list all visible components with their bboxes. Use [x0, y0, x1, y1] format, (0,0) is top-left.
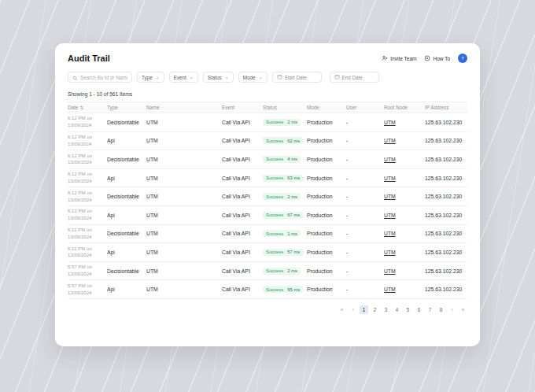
cell-user: - [346, 176, 384, 181]
status-badge: Success63 ms [263, 175, 303, 182]
pagination-page-button[interactable]: 8 [437, 305, 445, 314]
cell-date: 6:12 PM on13/09/2024 [68, 190, 107, 204]
status-text: Success [266, 157, 283, 161]
root-node-link[interactable]: UTM [384, 194, 396, 199]
user-avatar[interactable]: ? [458, 54, 467, 63]
cell-status: Success67 ms [263, 212, 307, 219]
column-header-type: Type [107, 105, 146, 110]
cell-user: - [346, 120, 384, 125]
status-text: Success [266, 139, 283, 143]
pagination-first-button[interactable]: « [338, 305, 346, 314]
pagination-page-button[interactable]: 2 [371, 305, 379, 314]
status-badge: Success57 ms [263, 249, 303, 256]
column-header-name: Name [146, 105, 222, 110]
cell-mode: Production [307, 120, 346, 125]
mode-filter-dropdown[interactable]: Mode ⌄ [238, 72, 268, 83]
end-date-input[interactable]: End Date [330, 72, 379, 83]
cell-status: Success2 ms [263, 193, 307, 200]
status-badge: Success67 ms [263, 212, 303, 219]
cell-ip: 125.63.102.230 [425, 231, 467, 236]
cell-event: Call Via API [222, 213, 263, 218]
cell-status: Success55 ms [263, 286, 307, 293]
cell-root-node: UTM [384, 157, 425, 162]
pagination-next-button[interactable]: › [448, 305, 456, 314]
root-node-link[interactable]: UTM [384, 120, 396, 125]
cell-event: Call Via API [222, 287, 263, 292]
cell-date: 6:12 PM on13/09/2024 [68, 171, 107, 185]
column-header-root-node: Root Node [384, 105, 425, 110]
start-date-input[interactable]: Start Date [272, 72, 322, 83]
status-latency: 4 ms [287, 157, 297, 161]
how-to-icon [424, 55, 430, 62]
column-header-mode: Mode [307, 105, 346, 110]
cell-root-node: UTM [384, 231, 425, 236]
type-filter-dropdown[interactable]: Type ⌄ [137, 72, 164, 83]
pagination-page-button[interactable]: 4 [393, 305, 401, 314]
table-row: 6:12 PM on13/09/2024ApiUTMCall Via APISu… [68, 169, 467, 188]
pagination-page-button[interactable]: 5 [404, 305, 412, 314]
root-node-link[interactable]: UTM [384, 157, 396, 162]
column-label: Date [68, 105, 78, 110]
pagination: « ‹ 12345678 › » [68, 305, 467, 314]
root-node-link[interactable]: UTM [384, 231, 396, 236]
event-filter-dropdown[interactable]: Event ⌄ [169, 72, 198, 83]
cell-name: UTM [146, 287, 222, 292]
chevron-down-icon: ⌄ [190, 76, 194, 79]
pagination-page-button[interactable]: 1 [360, 305, 368, 314]
cell-name: UTM [146, 157, 222, 162]
results-summary: Showing 1 - 10 of 561 Items [68, 91, 467, 97]
cell-root-node: UTM [384, 138, 425, 143]
cell-ip: 125.63.102.230 [425, 268, 467, 274]
cell-mode: Production [307, 268, 346, 274]
status-text: Success [266, 213, 283, 217]
event-filter-label: Event [174, 75, 186, 80]
root-node-link[interactable]: UTM [384, 176, 396, 181]
cell-user: - [346, 250, 384, 255]
cell-mode: Production [307, 231, 346, 236]
cell-type: Api [107, 287, 146, 292]
cell-mode: Production [307, 287, 346, 292]
pagination-page-button[interactable]: 3 [382, 305, 390, 314]
root-node-link[interactable]: UTM [384, 250, 396, 255]
search-box[interactable] [68, 72, 132, 83]
root-node-link[interactable]: UTM [384, 138, 396, 143]
cell-name: UTM [146, 176, 222, 181]
how-to-button[interactable]: How To [424, 55, 450, 62]
cell-name: UTM [146, 194, 222, 199]
cell-type: Decisiontable [107, 268, 146, 274]
cell-event: Call Via API [222, 268, 263, 274]
cell-name: UTM [146, 231, 222, 236]
status-text: Success [266, 194, 283, 199]
status-badge: Success2 ms [263, 119, 301, 126]
cell-status: Success4 ms [263, 156, 307, 163]
status-badge: Success55 ms [263, 286, 303, 293]
pagination-last-button[interactable]: » [459, 305, 467, 314]
status-badge: Success1 ms [263, 230, 301, 237]
table-row: 6:12 PM on13/09/2024DecisiontableUTMCall… [68, 187, 467, 206]
table-row: 6:12 PM on13/09/2024DecisiontableUTMCall… [68, 113, 467, 132]
cell-name: UTM [146, 268, 222, 274]
status-text: Success [266, 176, 283, 180]
cell-ip: 125.63.102.230 [425, 157, 467, 162]
start-date-label: Start Date [285, 75, 307, 80]
root-node-link[interactable]: UTM [384, 213, 396, 218]
cell-mode: Production [307, 213, 346, 218]
pagination-page-button[interactable]: 7 [426, 305, 434, 314]
status-text: Success [266, 287, 283, 292]
status-badge: Success62 ms [263, 137, 303, 144]
root-node-link[interactable]: UTM [384, 268, 396, 274]
status-latency: 63 ms [287, 176, 300, 180]
root-node-link[interactable]: UTM [384, 287, 396, 292]
status-latency: 67 ms [287, 213, 300, 217]
pagination-prev-button[interactable]: ‹ [349, 305, 357, 314]
status-filter-dropdown[interactable]: Status ⌄ [203, 72, 234, 83]
cell-root-node: UTM [384, 120, 425, 125]
cell-name: UTM [146, 213, 222, 218]
invite-team-button[interactable]: Invite Team [382, 55, 416, 62]
cell-name: UTM [146, 138, 222, 143]
cell-event: Call Via API [222, 250, 263, 255]
pagination-page-button[interactable]: 6 [415, 305, 423, 314]
column-header-date[interactable]: Date ⇅ [68, 105, 107, 110]
search-input[interactable] [80, 75, 127, 80]
cell-ip: 125.63.102.230 [425, 120, 467, 125]
